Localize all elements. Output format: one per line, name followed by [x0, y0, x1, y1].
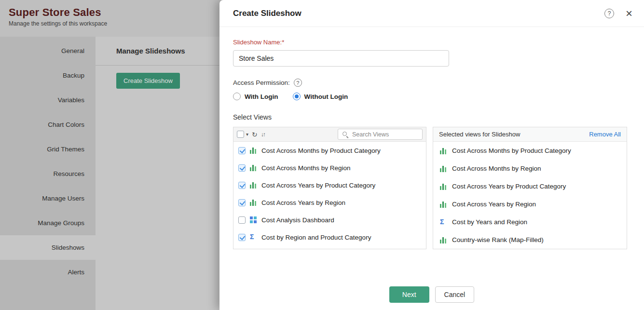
without-login-label: Without Login [304, 93, 348, 100]
selected-view-label: Cost Across Years by Product Category [452, 183, 566, 190]
view-label: Cost by Region and Product Category [261, 234, 371, 241]
with-login-radio[interactable] [233, 93, 241, 100]
selected-view-item[interactable]: Cost Across Years by Region [433, 195, 627, 213]
slideshow-name-label: Slideshow Name:* [233, 39, 630, 46]
view-label: Cost Across Months by Region [261, 164, 351, 172]
cancel-button[interactable]: Cancel [435, 286, 475, 303]
selected-views-panel: Selected views for Slideshow Remove All … [433, 127, 627, 249]
views-list-panel: ▾ ↻ ↓↑ Cost Across Months by Product Cat… [233, 127, 426, 249]
view-checkbox[interactable] [238, 216, 246, 224]
selected-view-item[interactable]: Cost Across Months by Region [433, 160, 627, 177]
select-all-checkbox[interactable] [237, 131, 244, 138]
modal-footer: Next Cancel [219, 279, 644, 310]
view-checkbox[interactable] [238, 164, 246, 172]
view-list-item[interactable]: Cost Across Months by Region [233, 159, 426, 176]
slideshow-name-input[interactable] [233, 50, 449, 67]
bar-chart-icon [440, 183, 447, 190]
view-label: Cost Analysis Dashboard [261, 216, 334, 224]
summary-sigma-icon [250, 234, 257, 241]
access-permission-row: Access Permission: ? [233, 79, 630, 87]
selected-view-label: Cost Across Months by Region [452, 165, 541, 172]
access-permission-label: Access Permission: [233, 79, 290, 86]
selected-views-header: Selected views for Slideshow Remove All [433, 127, 627, 142]
bar-chart-icon [440, 201, 447, 208]
view-checkbox[interactable] [238, 234, 246, 241]
view-list-item[interactable]: Cost Analysis Dashboard [233, 211, 426, 229]
bar-chart-icon [250, 182, 257, 189]
view-checkbox[interactable] [238, 147, 246, 154]
bar-chart-icon [440, 148, 447, 154]
bar-chart-icon [250, 147, 257, 154]
selected-view-label: Country-wise Rank (Map-Filled) [452, 236, 544, 243]
views-panels: ▾ ↻ ↓↑ Cost Across Months by Product Cat… [233, 127, 630, 249]
selected-view-item[interactable]: Cost Across Months by Product Category [433, 142, 627, 160]
remove-all-link[interactable]: Remove All [589, 131, 621, 138]
view-list-item[interactable]: Cost Across Years by Region [233, 194, 426, 211]
view-checkbox[interactable] [238, 182, 246, 189]
modal-body: Slideshow Name:* Access Permission: ? Wi… [219, 27, 644, 279]
with-login-label: With Login [245, 93, 278, 100]
modal-title: Create Slideshow [233, 9, 301, 18]
views-toolbar: ▾ ↻ ↓↑ [233, 127, 426, 142]
modal-header-actions: ? × [604, 8, 632, 19]
selected-view-label: Cost Across Years by Region [452, 201, 536, 208]
bar-chart-icon [440, 237, 447, 243]
view-list-item[interactable]: Cost by Region and Product Category [233, 229, 426, 246]
selected-view-item[interactable]: Cost by Years and Region [433, 213, 627, 231]
view-label: Cost Across Years by Region [261, 199, 345, 206]
selected-view-item[interactable]: Country-wise Rank (Map-Filled) [433, 231, 627, 249]
sort-icon[interactable]: ↓↑ [261, 132, 265, 137]
bar-chart-icon [250, 199, 257, 206]
selected-view-label: Cost Across Months by Product Category [452, 147, 571, 154]
bar-chart-icon [440, 165, 447, 172]
select-all-caret-icon[interactable]: ▾ [246, 132, 248, 137]
view-list-item[interactable]: Cost Across Months by Product Category [233, 142, 426, 159]
access-permission-options: With Login Without Login [233, 93, 630, 100]
selected-views-title: Selected views for Slideshow [439, 131, 520, 138]
modal-header: Create Slideshow ? × [219, 0, 644, 27]
select-views-label: Select Views [233, 113, 630, 121]
selected-view-label: Cost by Years and Region [452, 218, 527, 226]
radio-option-with-login[interactable]: With Login [233, 93, 278, 100]
access-help-icon[interactable]: ? [294, 79, 302, 87]
view-label: Cost Across Years by Product Category [261, 182, 375, 189]
selected-view-item[interactable]: Cost Across Years by Product Category [433, 177, 627, 195]
view-list-item[interactable]: Cost Across Years by Product Category [233, 176, 426, 194]
dashboard-icon [250, 216, 257, 223]
summary-sigma-icon [440, 219, 447, 226]
bar-chart-icon [250, 164, 257, 171]
view-checkbox[interactable] [238, 199, 246, 206]
radio-option-without-login[interactable]: Without Login [293, 93, 348, 100]
search-icon [342, 131, 348, 137]
next-button[interactable]: Next [389, 286, 429, 303]
search-views-box [338, 129, 423, 140]
search-views-input[interactable] [351, 131, 418, 138]
help-icon[interactable]: ? [604, 9, 614, 18]
view-label: Cost Across Months by Product Category [261, 147, 381, 154]
without-login-radio[interactable] [293, 93, 301, 100]
create-slideshow-modal: Create Slideshow ? × Slideshow Name:* Ac… [219, 0, 644, 310]
close-icon[interactable]: × [626, 8, 632, 19]
refresh-icon[interactable]: ↻ [252, 131, 258, 138]
